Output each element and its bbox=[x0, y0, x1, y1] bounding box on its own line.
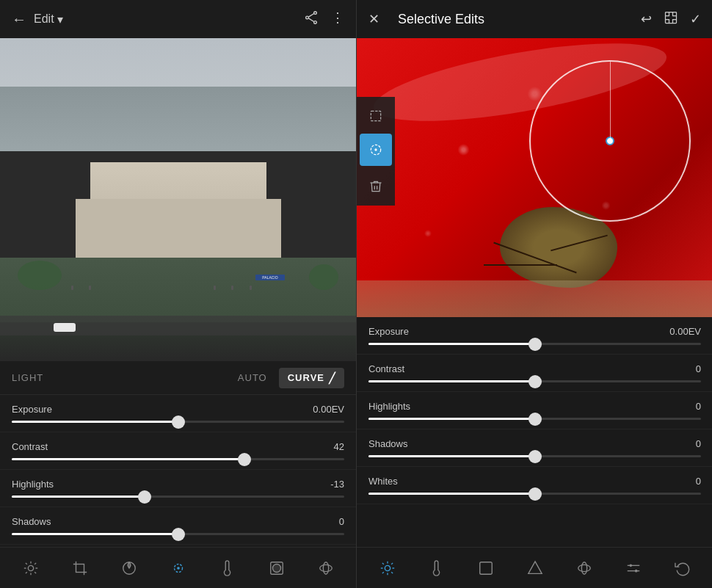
selective-edits-title: Selective Edits bbox=[398, 12, 632, 27]
right-whites-label: Whites bbox=[368, 476, 398, 487]
highlights-section: Highlights -13 bbox=[0, 470, 356, 507]
right-contrast-section: Contrast 0 bbox=[357, 355, 712, 392]
curve-button[interactable]: CURVE ╱ bbox=[279, 368, 344, 388]
toolbar-lens-icon[interactable] bbox=[311, 553, 341, 583]
right-photo-area bbox=[357, 38, 712, 317]
right-contrast-value: 0 bbox=[696, 363, 701, 374]
curve-label: CURVE bbox=[288, 372, 324, 383]
svg-point-17 bbox=[177, 567, 180, 570]
svg-rect-23 bbox=[371, 111, 380, 120]
right-exposure-value: 0.00EV bbox=[669, 326, 701, 337]
svg-point-20 bbox=[319, 565, 332, 571]
check-button[interactable]: ✓ bbox=[690, 11, 701, 27]
edit-dropdown[interactable]: Edit ▾ bbox=[34, 12, 63, 26]
right-header-actions: ↩ ✓ bbox=[641, 10, 701, 29]
left-controls: LIGHT AUTO CURVE ╱ Exposure 0.00EV Contr… bbox=[0, 361, 356, 547]
shadows-value: 0 bbox=[339, 516, 344, 527]
curve-icon: ╱ bbox=[329, 372, 335, 384]
right-shadows-slider[interactable] bbox=[368, 455, 701, 457]
auto-button[interactable]: AUTO bbox=[238, 372, 267, 383]
dropdown-icon: ▾ bbox=[57, 12, 63, 26]
light-label: LIGHT bbox=[12, 372, 238, 383]
toolbar-temp-icon[interactable] bbox=[213, 553, 242, 583]
toolbar-selective-icon[interactable] bbox=[164, 553, 193, 583]
right-toolbar-settings-icon[interactable] bbox=[619, 553, 648, 583]
svg-point-0 bbox=[314, 11, 317, 14]
svg-point-2 bbox=[314, 21, 317, 23]
svg-point-42 bbox=[634, 569, 637, 572]
right-toolbar-undo-icon[interactable] bbox=[668, 553, 697, 583]
right-exposure-slider[interactable] bbox=[368, 343, 701, 345]
right-whites-value: 0 bbox=[696, 476, 701, 487]
right-controls: Exposure 0.00EV Contrast 0 Highlights 0 bbox=[357, 317, 712, 547]
svg-point-41 bbox=[629, 564, 632, 567]
edit-label: Edit bbox=[34, 12, 54, 26]
svg-line-3 bbox=[308, 13, 313, 17]
svg-point-38 bbox=[581, 562, 586, 574]
right-toolbar-vignette-icon[interactable] bbox=[471, 553, 501, 583]
svg-line-9 bbox=[34, 572, 36, 573]
right-contrast-label: Contrast bbox=[368, 363, 404, 374]
right-header: ✕ Selective Edits ↩ ✓ bbox=[357, 0, 712, 38]
more-icon[interactable]: ⋮ bbox=[331, 10, 344, 29]
radial-select-tool[interactable] bbox=[360, 134, 392, 166]
right-exposure-section: Exposure 0.00EV bbox=[357, 317, 712, 355]
right-toolbar-temp-icon[interactable] bbox=[422, 553, 451, 583]
header-right-actions: ⋮ bbox=[303, 10, 344, 29]
svg-point-19 bbox=[272, 564, 280, 572]
right-shadows-value: 0 bbox=[696, 438, 701, 449]
right-highlights-value: 0 bbox=[696, 401, 701, 412]
left-header: ← Edit ▾ ⋮ bbox=[0, 0, 356, 38]
svg-marker-36 bbox=[528, 561, 541, 573]
svg-line-34 bbox=[391, 562, 393, 564]
right-highlights-section: Highlights 0 bbox=[357, 392, 712, 429]
right-bottom-toolbar bbox=[357, 547, 712, 588]
highlights-label: Highlights bbox=[12, 479, 54, 490]
svg-rect-14 bbox=[76, 564, 84, 572]
svg-line-33 bbox=[382, 572, 383, 573]
selection-circle[interactable] bbox=[529, 60, 691, 222]
toolbar-color-icon[interactable] bbox=[115, 553, 144, 583]
fullscreen-button[interactable] bbox=[664, 10, 678, 29]
share-icon[interactable] bbox=[303, 10, 319, 29]
svg-point-21 bbox=[323, 562, 328, 574]
right-shadows-label: Shadows bbox=[368, 438, 407, 449]
exposure-section: Exposure 0.00EV bbox=[0, 395, 356, 432]
svg-rect-22 bbox=[666, 12, 677, 23]
left-photo-area: PALACIO bbox=[0, 38, 356, 361]
selection-line-v bbox=[610, 62, 611, 141]
toolbar-light-icon[interactable] bbox=[16, 553, 46, 583]
contrast-value: 42 bbox=[334, 441, 344, 452]
highlights-slider[interactable] bbox=[12, 496, 344, 498]
close-button[interactable]: ✕ bbox=[368, 11, 389, 27]
contrast-slider[interactable] bbox=[12, 458, 344, 460]
exposure-slider[interactable] bbox=[12, 421, 344, 423]
exposure-label: Exposure bbox=[12, 404, 52, 415]
delete-selection-tool[interactable] bbox=[360, 170, 392, 203]
right-toolbar-light-icon[interactable] bbox=[373, 553, 402, 583]
insect-photo bbox=[357, 38, 712, 317]
svg-rect-35 bbox=[479, 562, 492, 574]
shadows-slider[interactable] bbox=[12, 533, 344, 535]
right-highlights-label: Highlights bbox=[368, 401, 410, 412]
svg-line-13 bbox=[34, 562, 36, 564]
left-panel: ← Edit ▾ ⋮ bbox=[0, 0, 356, 588]
toolbar-crop-icon[interactable] bbox=[65, 553, 95, 583]
right-toolbar-tone-icon[interactable] bbox=[520, 553, 550, 583]
right-contrast-slider[interactable] bbox=[368, 380, 701, 382]
rect-select-tool[interactable] bbox=[360, 100, 392, 132]
svg-line-12 bbox=[25, 572, 26, 573]
contrast-label: Contrast bbox=[12, 441, 48, 452]
right-highlights-slider[interactable] bbox=[368, 418, 701, 420]
light-row: LIGHT AUTO CURVE ╱ bbox=[0, 361, 356, 395]
left-bottom-toolbar bbox=[0, 547, 356, 588]
right-toolbar-lens-icon[interactable] bbox=[570, 553, 599, 583]
right-whites-slider[interactable] bbox=[368, 493, 701, 495]
svg-line-8 bbox=[25, 562, 26, 564]
svg-point-26 bbox=[385, 565, 390, 570]
toolbar-vignette-icon[interactable] bbox=[262, 553, 291, 583]
undo-button[interactable]: ↩ bbox=[641, 11, 652, 27]
contrast-section: Contrast 42 bbox=[0, 432, 356, 470]
back-button[interactable]: ← bbox=[12, 11, 26, 28]
highlights-value: -13 bbox=[330, 479, 344, 490]
